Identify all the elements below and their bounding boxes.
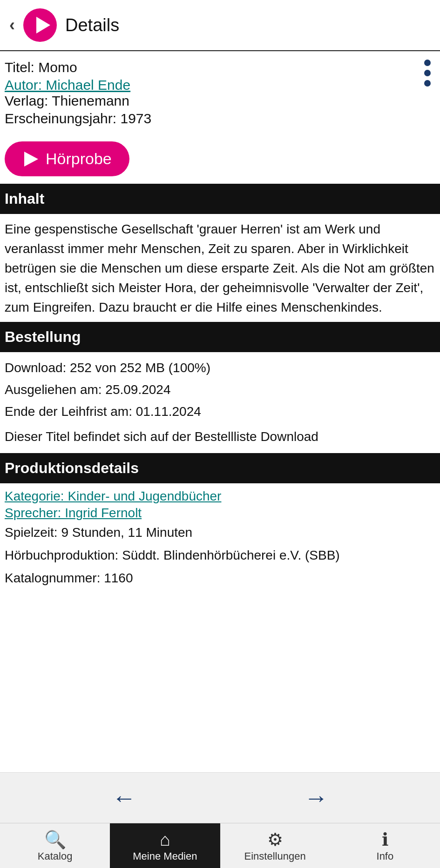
nav-label-katalog: Katalog [38,851,73,861]
play-icon[interactable] [23,8,57,42]
bestellung-content: Download: 252 von 252 MB (100%) Ausgelie… [0,352,440,453]
search-icon: 🔍 [44,831,66,848]
produktionsdetails-content: Kategorie: Kinder- und Jugendbücher Spre… [0,483,440,595]
navigation-arrows: ← → [0,772,440,823]
ausgeliehen-date: Ausgeliehen am: 25.09.2024 [5,380,435,401]
spielzeit: Spielzeit: 9 Stunden, 11 Minuten [5,522,435,543]
sprecher-link[interactable]: Sprecher: Ingrid Fernolt [5,506,435,521]
horprobe-label: Hörprobe [46,150,112,168]
home-icon: ⌂ [160,831,170,848]
nav-item-katalog[interactable]: 🔍 Katalog [0,823,110,868]
horprobe-play-icon [22,151,39,167]
gear-icon: ⚙ [267,831,283,848]
book-info: Titel: Momo Autor: Michael Ende Verlag: … [0,51,440,138]
produktionsdetails-section-header: Produktionsdetails [0,453,440,483]
kategorie-link[interactable]: Kategorie: Kinder- und Jugendbücher [5,489,435,504]
horprobe-button[interactable]: Hörprobe [5,141,129,176]
katalognummer: Katalognummer: 1160 [5,568,435,589]
nav-item-einstellungen[interactable]: ⚙ Einstellungen [220,823,330,868]
back-button[interactable]: ‹ [9,17,15,33]
dot-3 [424,80,431,87]
nav-label-meine-medien: Meine Medien [133,851,197,861]
page-title: Details [65,15,119,35]
dot-1 [424,60,431,66]
book-author-link[interactable]: Autor: Michael Ende [5,77,130,93]
inhalt-text: Eine gespenstische Gesellschaft 'grauer … [5,220,435,317]
nav-label-info: Info [377,851,394,861]
info-icon: ℹ [382,831,388,848]
nav-label-einstellungen: Einstellungen [244,851,306,861]
main-content: Titel: Momo Autor: Michael Ende Verlag: … [0,51,440,772]
dot-2 [424,70,431,76]
leihfrist-date: Ende der Leihfrist am: 01.11.2024 [5,401,435,422]
more-options-button[interactable] [424,60,431,87]
bottom-navigation: 🔍 Katalog ⌂ Meine Medien ⚙ Einstellungen… [0,823,440,868]
inhalt-content: Eine gespenstische Gesellschaft 'grauer … [0,214,440,322]
book-title: Titel: Momo [5,60,433,75]
inhalt-section-header: Inhalt [0,184,440,214]
book-year: Erscheinungsjahr: 1973 [5,111,433,127]
nav-item-info[interactable]: ℹ Info [330,823,440,868]
prev-arrow-button[interactable]: ← [112,784,136,812]
nav-item-meine-medien[interactable]: ⌂ Meine Medien [110,823,220,868]
hoerbuchproduktion: Hörbuchproduktion: Süddt. Blindenhörbüch… [5,545,435,566]
download-status: Download: 252 von 252 MB (100%) [5,358,435,379]
app-header: ‹ Details [0,0,440,51]
book-publisher: Verlag: Thienemann [5,93,433,109]
svg-marker-2 [24,152,38,167]
bestellung-note: Dieser Titel befindet sich auf der Beste… [5,427,435,447]
bestellung-section-header: Bestellung [0,322,440,352]
next-arrow-button[interactable]: → [304,784,328,812]
